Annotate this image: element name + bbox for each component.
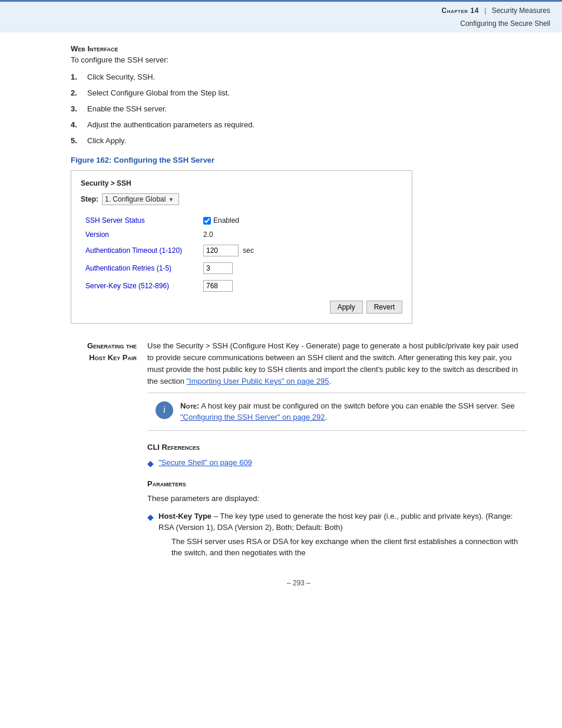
- step-1-text: Click Security, SSH.: [87, 73, 155, 81]
- generating-section: Generating the Host Key Pair Use the Sec…: [71, 340, 527, 567]
- step-1-num: 1.: [71, 73, 85, 81]
- note-text: Note: A host key pair must be configured…: [180, 400, 518, 423]
- field-label-ssh-status: SSH Server Status: [81, 213, 199, 228]
- field-value-auth-retries: [199, 259, 402, 277]
- step-2: 2. Select Configure Global from the Step…: [71, 88, 527, 97]
- step-3-num: 3.: [71, 104, 85, 113]
- parameters-title: Parameters: [147, 478, 527, 490]
- steps-list: 1. Click Security, SSH. 2. Select Config…: [71, 73, 527, 145]
- table-row: Authentication Retries (1-5): [81, 259, 402, 277]
- table-row: Authentication Timeout (1-120) sec: [81, 242, 402, 259]
- step-2-text: Select Configure Global from the Step li…: [87, 88, 230, 97]
- field-label-auth-timeout: Authentication Timeout (1-120): [81, 242, 199, 259]
- field-label-key-size: Server-Key Size (512-896): [81, 277, 199, 295]
- main-content: Web Interface To configure the SSH serve…: [0, 32, 562, 617]
- step-3-text: Enable the SSH server.: [87, 104, 167, 113]
- generating-left-col: Generating the Host Key Pair: [71, 340, 147, 567]
- step-5: 5. Click Apply.: [71, 136, 527, 145]
- parameters-section: Parameters These parameters are displaye…: [147, 478, 527, 558]
- table-row: SSH Server Status Enabled: [81, 213, 402, 228]
- step-1: 1. Click Security, SSH.: [71, 73, 527, 81]
- parameters-intro: These parameters are displayed:: [147, 493, 527, 505]
- header-subline-text: Configuring the Secure Shell: [460, 19, 550, 28]
- web-interface-title: Web Interface: [71, 44, 527, 53]
- field-value-key-size: [199, 277, 402, 295]
- info-icon: i: [156, 401, 173, 419]
- param-content: Host-Key Type – The key type used to gen…: [158, 510, 527, 559]
- secure-shell-link[interactable]: "Secure Shell" on page 609: [158, 457, 252, 469]
- key-size-input[interactable]: [203, 280, 233, 292]
- revert-button[interactable]: Revert: [366, 301, 402, 314]
- cli-reference-item: ◆ "Secure Shell" on page 609: [147, 457, 527, 470]
- chevron-down-icon: ▼: [168, 196, 174, 203]
- generating-body: Use the Security > SSH (Configure Host K…: [147, 340, 527, 388]
- cli-references-title: CLI References: [147, 442, 527, 453]
- generating-right-col: Use the Security > SSH (Configure Host K…: [147, 340, 527, 567]
- auth-retries-input[interactable]: [203, 262, 233, 274]
- param-desc: The key type used to generate the host k…: [158, 512, 513, 532]
- generating-title-line2: Host Key Pair: [89, 353, 137, 362]
- auth-timeout-suffix: sec: [243, 246, 254, 255]
- step-5-text: Click Apply.: [87, 136, 126, 145]
- figure-step-select[interactable]: 1. Configure Global ▼: [102, 193, 179, 205]
- checkbox-row: Enabled: [203, 216, 398, 225]
- step-4-text: Adjust the authentication parameters as …: [87, 120, 254, 129]
- generating-body-end: .: [329, 377, 331, 386]
- step-3: 3. Enable the SSH server.: [71, 104, 527, 113]
- cli-references-section: CLI References ◆ "Secure Shell" on page …: [147, 442, 527, 470]
- table-row: Server-Key Size (512-896): [81, 277, 402, 295]
- importing-user-public-keys-link[interactable]: "Importing User Public Keys" on page 295: [187, 377, 329, 386]
- figure-step-row: Step: 1. Configure Global ▼: [81, 193, 402, 205]
- field-value-auth-timeout: sec: [199, 242, 402, 259]
- note-body: A host key pair must be configured on th…: [201, 401, 515, 410]
- step-4-num: 4.: [71, 120, 85, 129]
- web-interface-intro: To configure the SSH server:: [71, 55, 527, 64]
- ssh-status-label: Enabled: [213, 216, 239, 225]
- header-subline: Configuring the Secure Shell: [0, 19, 562, 32]
- figure-step-value: 1. Configure Global: [105, 195, 166, 203]
- generating-title-line1: Generating the: [87, 341, 137, 350]
- param-text-host-key-type: Host-Key Type – The key type used to gen…: [158, 510, 527, 533]
- field-label-auth-retries: Authentication Retries (1-5): [81, 259, 199, 277]
- figure-form-table: SSH Server Status Enabled Version 2.0 Au…: [81, 213, 402, 295]
- step-4: 4. Adjust the authentication parameters …: [71, 120, 527, 129]
- configuring-ssh-server-link[interactable]: "Configuring the SSH Server" on page 292: [180, 413, 325, 421]
- table-row: Version 2.0: [81, 228, 402, 242]
- ssh-status-checkbox[interactable]: [203, 217, 211, 225]
- param-dash: –: [214, 512, 218, 521]
- auth-timeout-input[interactable]: [203, 245, 239, 256]
- apply-button[interactable]: Apply: [330, 301, 363, 314]
- field-value-ssh-status: Enabled: [199, 213, 402, 228]
- param-item-host-key-type: ◆ Host-Key Type – The key type used to g…: [147, 510, 527, 559]
- figure-box: Security > SSH Step: 1. Configure Global…: [71, 170, 412, 324]
- figure-path-label: Security > SSH: [81, 179, 402, 187]
- step-2-num: 2.: [71, 88, 85, 97]
- figure-title: Figure 162: Configuring the SSH Server: [71, 156, 527, 164]
- note-end: .: [325, 413, 328, 421]
- diamond-icon: ◆: [147, 457, 154, 470]
- chapter-label: Chapter 14: [442, 6, 479, 15]
- step-5-num: 5.: [71, 136, 85, 145]
- param-name: Host-Key Type: [158, 512, 211, 521]
- figure-step-label: Step:: [81, 195, 98, 203]
- field-value-version: 2.0: [199, 228, 402, 242]
- header-bar: Chapter 14 | Security Measures: [0, 0, 562, 19]
- field-label-version: Version: [81, 228, 199, 242]
- diamond-icon: ◆: [147, 511, 154, 524]
- param-extra: The SSH server uses RSA or DSA for key e…: [171, 536, 527, 559]
- figure-button-row: Apply Revert: [81, 301, 402, 314]
- page-number: – 293 –: [71, 579, 527, 599]
- header-title: Security Measures: [492, 6, 550, 15]
- note-label: Note:: [180, 401, 199, 410]
- note-box: i Note: A host key pair must be configur…: [147, 393, 527, 431]
- header-separator: |: [484, 6, 486, 15]
